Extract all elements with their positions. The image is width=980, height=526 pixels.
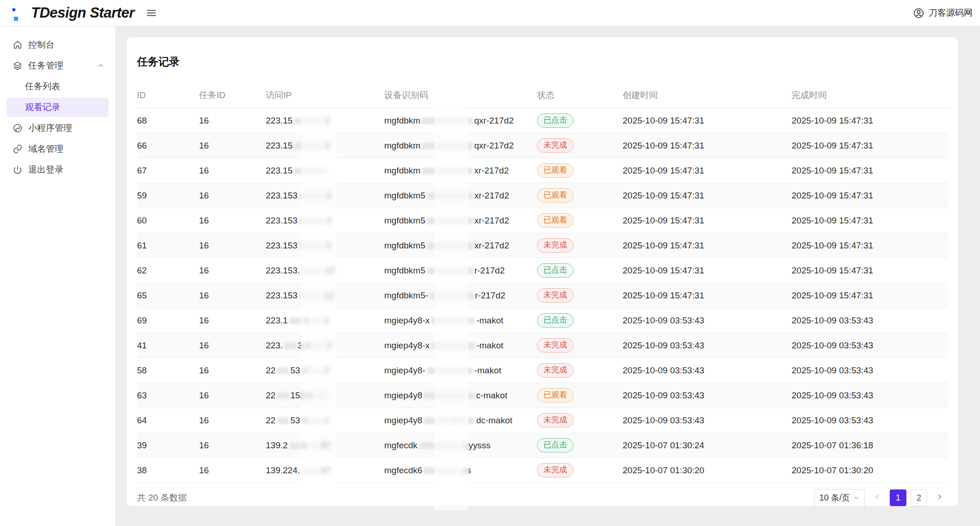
redacted-segment [309, 417, 323, 424]
table-row: 6916223.142mgiep4y8-x-makot已点击2025-10-09… [137, 308, 948, 333]
cell-device: mgfdbkmqxr-217d2 [384, 141, 537, 151]
next-page-button[interactable] [931, 489, 948, 506]
table-row: 4116223.3.42mgiep4y8-x-makot未完成2025-10-0… [137, 333, 948, 358]
cell-created-time: 2025-10-09 15:47:31 [623, 166, 792, 176]
status-badge: 未完成 [537, 338, 574, 353]
redacted-segment [424, 467, 461, 474]
cell-task-id: 16 [199, 191, 266, 201]
cell-ip: 22153.4 [266, 390, 384, 401]
sidebar-item-watch-records[interactable]: 观看记录 [6, 98, 109, 117]
cell-id: 68 [137, 116, 199, 126]
cell-created-time: 2025-10-07 01:30:24 [623, 440, 792, 451]
cell-status: 未完成 [537, 413, 623, 427]
cell-status: 未完成 [537, 238, 623, 253]
cell-finished-time: 2025-10-09 15:47:31 [792, 291, 948, 301]
sidebar-item-domain-management[interactable]: 域名管理 [6, 139, 109, 159]
cell-device: mgfdbkmxr-217d2 [384, 166, 537, 176]
redacted-segment [311, 342, 325, 349]
cell-ip: 139.224.87 [266, 465, 384, 476]
cell-task-id: 16 [199, 291, 266, 301]
cell-created-time: 2025-10-09 15:47:31 [623, 191, 792, 201]
table-row: 3916139.2687mgfecdkyyysss已点击2025-10-07 0… [137, 433, 948, 458]
cell-created-time: 2025-10-09 15:47:31 [623, 116, 792, 126]
sidebar-item-task-management[interactable]: 任务管理 [6, 56, 109, 75]
miniapp-icon [12, 123, 23, 133]
chevron-down-icon [853, 495, 860, 501]
cell-device: mgfecdk6ss [384, 465, 537, 476]
redacted-segment [422, 142, 473, 149]
sidebar-item-dashboard[interactable]: 控制台 [6, 35, 109, 55]
redacted-segment [289, 317, 302, 324]
cell-status: 已点击 [537, 438, 623, 452]
sidebar-subitem-label: 任务列表 [25, 80, 60, 93]
cell-device: mgfdbkmqxr-217d2 [384, 116, 537, 126]
column-header-status: 状态 [537, 89, 623, 101]
cell-finished-time: 2025-10-09 15:47:31 [792, 216, 948, 226]
cell-status: 未完成 [537, 138, 623, 153]
logo[interactable]: TDesign Starter [12, 5, 134, 21]
status-badge: 已点击 [537, 313, 574, 328]
page-size-select[interactable]: 10 条/页 [814, 489, 865, 507]
cell-task-id: 16 [199, 241, 266, 251]
cell-id: 67 [137, 166, 199, 176]
user-avatar-icon [913, 7, 924, 19]
cell-ip: 139.2687 [266, 440, 384, 451]
page-button-1[interactable]: 1 [890, 489, 906, 506]
status-badge: 未完成 [537, 138, 574, 153]
sidebar-item-logout[interactable]: 退出登录 [6, 160, 109, 179]
cell-finished-time: 2025-10-09 03:53:43 [792, 340, 948, 351]
redacted-segment [427, 367, 473, 374]
cell-finished-time: 2025-10-09 03:53:43 [792, 365, 948, 376]
status-badge: 已点击 [537, 113, 574, 128]
table-row: 6516223.15312mgfdbkm5-r-217d2未完成2025-10-… [137, 283, 948, 308]
cell-id: 69 [137, 316, 199, 326]
sidebar-item-miniapp-management[interactable]: 小程序管理 [6, 118, 109, 138]
cell-created-time: 2025-10-09 15:47:31 [623, 241, 792, 251]
sidebar-item-task-list[interactable]: 任务列表 [6, 77, 109, 96]
cell-status: 已点击 [537, 113, 623, 128]
cell-finished-time: 2025-10-09 15:47:31 [792, 191, 948, 201]
table-row: 6816223.152mgfdbkmqxr-217d2已点击2025-10-09… [137, 108, 948, 133]
page-button-2[interactable]: 2 [911, 489, 927, 506]
status-badge: 已观看 [537, 213, 574, 228]
cell-finished-time: 2025-10-09 15:47:31 [792, 241, 948, 251]
cell-created-time: 2025-10-09 03:53:43 [623, 316, 792, 326]
user-account[interactable]: 刀客源码网 [913, 7, 973, 19]
cell-created-time: 2025-10-09 03:53:43 [623, 415, 792, 426]
cell-ip: 223.1532 [266, 216, 384, 226]
cell-id: 59 [137, 191, 199, 201]
redacted-segment [424, 417, 451, 424]
cell-created-time: 2025-10-09 15:47:31 [623, 266, 792, 276]
cell-created-time: 2025-10-09 03:53:43 [623, 390, 792, 401]
redacted-segment [289, 442, 300, 449]
power-icon [12, 165, 23, 175]
prev-page-button[interactable] [869, 489, 886, 506]
cell-task-id: 16 [199, 340, 266, 351]
cell-finished-time: 2025-10-09 15:47:31 [792, 266, 948, 276]
cell-id: 64 [137, 415, 199, 426]
cell-device: mgiep4y8c-makot [384, 390, 537, 401]
cell-ip: 223.142 [266, 316, 384, 326]
table-row: 6216223.153.12mgfdbkm5r-217d2已点击2025-10-… [137, 258, 948, 283]
cell-created-time: 2025-10-09 15:47:31 [623, 216, 792, 226]
redacted-segment [284, 342, 296, 349]
menu-collapse-icon[interactable] [144, 5, 159, 21]
sidebar-item-label: 控制台 [28, 39, 55, 51]
status-badge: 已点击 [537, 263, 574, 278]
cell-id: 66 [137, 141, 199, 151]
cell-ip: 223.153.12 [266, 266, 384, 276]
cell-task-id: 16 [199, 415, 266, 426]
cell-status: 已观看 [537, 213, 623, 228]
cell-ip: 2253.42 [266, 365, 384, 376]
redacted-segment [301, 467, 320, 474]
cell-created-time: 2025-10-09 03:53:43 [623, 340, 792, 351]
cell-id: 41 [137, 340, 199, 351]
cell-ip: 223.1532 [266, 191, 384, 201]
column-header-id: ID [137, 90, 199, 100]
column-header-finished: 完成时间 [792, 89, 948, 101]
redacted-segment [299, 242, 325, 249]
chevron-left-icon [874, 493, 881, 503]
sidebar-subitem-label: 观看记录 [25, 101, 60, 113]
table-row: 6616223.152mgfdbkmqxr-217d2未完成2025-10-09… [137, 133, 948, 158]
cell-finished-time: 2025-10-09 15:47:31 [792, 116, 948, 126]
